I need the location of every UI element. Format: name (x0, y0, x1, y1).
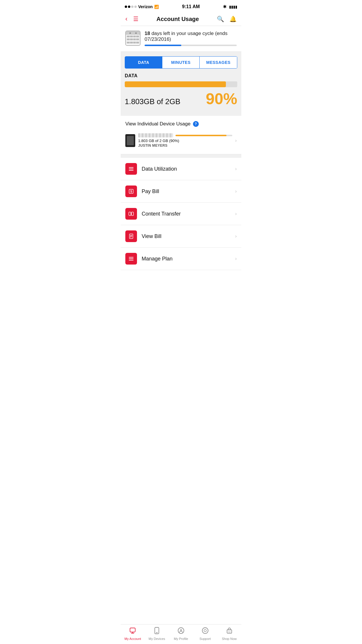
svg-rect-0 (129, 167, 133, 168)
svg-rect-2 (129, 170, 133, 171)
menu-item-content-transfer[interactable]: Content Transfer › (121, 203, 241, 225)
status-right: ✱ ▮▮▮▮ (223, 4, 237, 9)
svg-rect-12 (129, 258, 133, 259)
signal-dot-2 (128, 6, 130, 8)
data-gb-text: 1.803GB of 2GB (125, 97, 180, 106)
divider-space-2 (121, 154, 241, 158)
page-title: Account Usage (157, 16, 199, 22)
svg-rect-6 (131, 212, 133, 216)
tabs-section: DATA MINUTES MESSAGES (121, 52, 241, 69)
bluetooth-icon: ✱ (223, 4, 227, 9)
tab-minutes[interactable]: MINUTES (162, 57, 200, 68)
usage-text: 18 days left in your usage cycle (ends 0… (145, 31, 237, 46)
menu-item-pay-bill-label: Pay Bill (142, 188, 231, 195)
menu-button[interactable]: ☰ (133, 15, 138, 22)
menu-section: Data Utilization › $ Pay Bill › Content … (121, 158, 241, 270)
nav-right: 🔍 🔔 (217, 15, 237, 22)
page-bottom-space (121, 270, 241, 293)
data-of: of (155, 97, 165, 106)
info-badge[interactable]: ? (193, 121, 199, 127)
data-used: 1.803GB (125, 97, 155, 106)
svg-rect-11 (129, 257, 133, 258)
menu-item-manage-plan-chevron: › (235, 256, 237, 261)
menu-item-pay-bill[interactable]: $ Pay Bill › (121, 180, 241, 203)
svg-rect-13 (129, 260, 133, 260)
status-bar: Verizon 📶 9:11 AM ✱ ▮▮▮▮ (121, 0, 241, 13)
svg-rect-1 (129, 169, 133, 169)
days-suffix: days left in your usage cycle (ends 07/2… (145, 31, 227, 42)
data-amounts: 1.803GB of 2GB 90% (125, 91, 237, 106)
phone-icon (125, 134, 135, 147)
usage-days-text: 18 days left in your usage cycle (ends 0… (145, 31, 237, 42)
menu-item-manage-plan[interactable]: Manage Plan › (121, 248, 241, 270)
device-owner: JUSTIN MEYERS (138, 144, 232, 148)
signal-dot-4 (134, 6, 137, 8)
wifi-icon: 📶 (154, 5, 159, 9)
menu-item-view-bill-label: View Bill (142, 233, 231, 239)
svg-rect-9 (130, 236, 132, 237)
nav-left: ‹ ☰ (125, 15, 138, 23)
data-usage-block: DATA 1.803GB of 2GB 90% (121, 69, 241, 112)
content-transfer-icon (125, 208, 137, 220)
menu-item-data-utilization[interactable]: Data Utilization › (121, 158, 241, 180)
menu-item-pay-bill-chevron: › (235, 189, 237, 194)
device-row-chevron: › (235, 138, 237, 143)
svg-rect-10 (130, 237, 131, 237)
device-row[interactable]: 1.803 GB of 2 GB (90%) JUSTIN MEYERS › (125, 131, 237, 150)
tabs-container: DATA MINUTES MESSAGES (125, 56, 237, 69)
days-count: 18 (145, 31, 150, 36)
divider-space (121, 112, 241, 116)
signal-dot-1 (125, 6, 127, 8)
svg-rect-8 (130, 235, 132, 236)
data-utilization-icon (125, 163, 137, 175)
signal-dot-3 (131, 6, 133, 8)
view-bill-icon (125, 230, 137, 242)
status-time: 9:11 AM (182, 4, 200, 9)
data-total: 2GB (165, 97, 180, 106)
pay-bill-icon: $ (125, 186, 137, 197)
menu-item-content-transfer-label: Content Transfer (142, 211, 231, 217)
device-usage-text: 1.803 GB of 2 GB (90%) (138, 139, 232, 143)
menu-item-data-utilization-chevron: › (235, 166, 237, 172)
device-usage-bar-bg (175, 135, 232, 136)
manage-plan-icon (125, 253, 137, 265)
device-usage-title: View Individual Device Usage (125, 121, 191, 127)
svg-text:$: $ (130, 190, 132, 193)
usage-progress-bar (145, 45, 237, 46)
menu-item-data-utilization-label: Data Utilization (142, 166, 231, 172)
search-button[interactable]: 🔍 (217, 15, 224, 22)
tab-messages[interactable]: MESSAGES (200, 57, 237, 68)
device-info: 1.803 GB of 2 GB (90%) JUSTIN MEYERS (138, 133, 232, 148)
data-section-label: DATA (125, 73, 237, 78)
usage-banner: 18 days left in your usage cycle (ends 0… (121, 26, 241, 52)
notification-button[interactable]: 🔔 (229, 15, 237, 22)
battery-icon: ▮▮▮▮ (229, 5, 237, 9)
device-usage-bar-fill (175, 135, 226, 136)
device-bar-row (138, 133, 232, 137)
menu-item-view-bill-chevron: › (235, 234, 237, 239)
calendar-icon (125, 31, 140, 46)
signal-dots (125, 6, 137, 8)
menu-item-manage-plan-label: Manage Plan (142, 256, 231, 262)
tab-data[interactable]: DATA (125, 57, 162, 68)
data-progress-bar (125, 81, 237, 87)
nav-bar: ‹ ☰ Account Usage 🔍 🔔 (121, 13, 241, 26)
menu-item-content-transfer-chevron: › (235, 211, 237, 216)
menu-item-view-bill[interactable]: View Bill › (121, 225, 241, 248)
data-percent: 90% (206, 91, 237, 106)
carrier-name: Verizon (138, 4, 153, 9)
device-usage-header: View Individual Device Usage ? (125, 121, 237, 127)
device-usage-section: View Individual Device Usage ? 1.803 GB … (121, 116, 241, 154)
device-name-blurred (138, 133, 173, 137)
phone-screen (127, 136, 134, 145)
back-button[interactable]: ‹ (125, 15, 127, 23)
data-progress-fill (125, 81, 226, 87)
status-left: Verizon 📶 (125, 4, 159, 9)
svg-rect-5 (129, 212, 131, 216)
usage-progress-fill (145, 45, 181, 46)
